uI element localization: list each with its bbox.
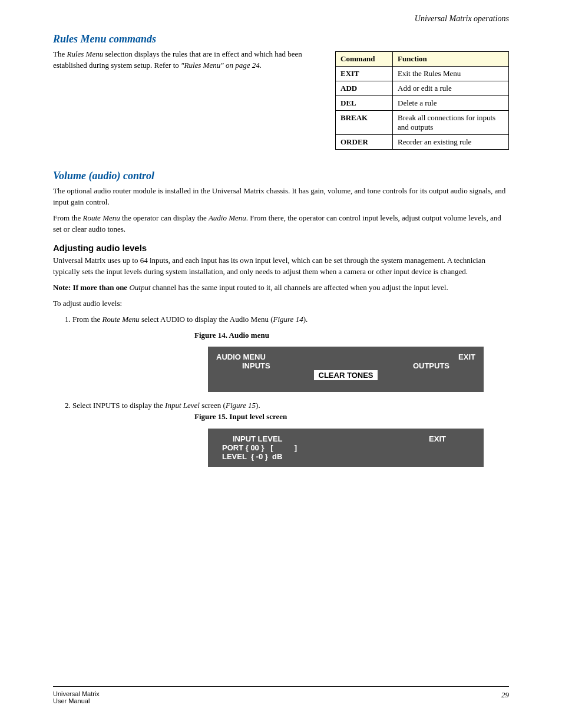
rules-intro: The Rules Menu selection displays the ru… xyxy=(53,49,321,71)
adj-steps-intro: To adjust audio levels: xyxy=(53,298,509,309)
rules-menu-ref: Rules Menu xyxy=(67,50,103,58)
step-2: 2. Select INPUTS to display the Input Le… xyxy=(65,400,509,411)
osd-exit: EXIT xyxy=(429,434,475,443)
osd-port: PORT { 00 } [ ] xyxy=(216,443,475,452)
fig14-ref: Figure 14 xyxy=(273,315,303,324)
cmd: DEL xyxy=(336,96,393,111)
adj-p1: Universal Matrix uses up to 64 inputs, a… xyxy=(53,255,509,278)
txt: channel has the same input routed to it,… xyxy=(151,283,448,292)
input-level-screen: INPUT LEVELEXIT PORT { 00 } [ ] LEVEL { … xyxy=(208,429,484,467)
cmd: ADD xyxy=(336,81,393,96)
cmd: BREAK xyxy=(336,111,393,135)
txt: The xyxy=(53,50,67,58)
txt: ). xyxy=(303,315,308,324)
audio-menu-screen: AUDIO MENUEXIT INPUTSOUTPUTS CLEAR TONES xyxy=(208,347,484,392)
txt: Figure 14. Audio menu xyxy=(194,331,269,340)
cmd: EXIT xyxy=(336,67,393,81)
output-ref: Output xyxy=(129,283,150,292)
fig15-caption: Figure 15. Input level screen xyxy=(194,411,509,423)
table-row: BREAKBreak all connections for inputs an… xyxy=(336,111,509,135)
col-command: Command xyxy=(336,52,393,67)
volume-heading: Volume (audio) control xyxy=(53,170,509,182)
running-header: Universal Matrix operations xyxy=(415,14,509,24)
fn: Reorder an existing rule xyxy=(393,135,509,150)
fn: Add or edit a rule xyxy=(393,81,509,96)
cmd: ORDER xyxy=(336,135,393,150)
fn: Exit the Rules Menu xyxy=(393,67,509,81)
osd-level: LEVEL { -0 } dB xyxy=(216,452,475,461)
txt: screen ( xyxy=(200,401,226,410)
rules-menu-heading: Rules Menu commands xyxy=(53,33,509,45)
osd-clear-tones: CLEAR TONES xyxy=(314,370,378,380)
txt: select AUDIO to display the Audio Menu ( xyxy=(140,315,273,324)
table-row: ORDERReorder an existing rule xyxy=(336,135,509,150)
fig15-ref: Figure 15 xyxy=(226,401,256,410)
osd-outputs: OUTPUTS xyxy=(413,361,449,370)
fn: Delete a rule xyxy=(393,96,509,111)
adjusting-heading: Adjusting audio levels xyxy=(53,243,509,253)
txt: 1. From the xyxy=(65,315,103,324)
table-row: DELDelete a rule xyxy=(336,96,509,111)
table-row: ADDAdd or edit a rule xyxy=(336,81,509,96)
note-label: Note: If more than one xyxy=(53,283,129,292)
osd-inputs: INPUTS xyxy=(242,361,270,370)
step-1: 1. From the Route Menu select AUDIO to d… xyxy=(65,314,509,325)
vol-p2: From the Route Menu the operator can dis… xyxy=(53,213,509,235)
route-menu-ref2: Route Menu xyxy=(103,315,140,324)
txt: From the xyxy=(53,213,83,222)
fn: Break all connections for inputs and out… xyxy=(393,111,509,135)
page-number: 29 xyxy=(501,690,509,704)
osd-title: INPUT LEVEL xyxy=(216,434,283,443)
input-level-ref: Input Level xyxy=(165,401,200,410)
rules-page-ref: "Rules Menu" on page 24. xyxy=(181,61,262,70)
audio-menu-ref: Audio Menu xyxy=(209,213,246,222)
footer-doc-title: Universal Matrix User Manual xyxy=(53,690,100,704)
col-function: Function xyxy=(393,52,509,67)
txt: ). xyxy=(256,401,260,410)
txt: Figure 15. Input level screen xyxy=(194,412,287,421)
fig14-caption: Figure 14. Audio menu xyxy=(194,330,509,341)
rules-command-table: Command Function EXITExit the Rules Menu… xyxy=(335,51,509,150)
route-menu-ref: Route Menu xyxy=(83,213,120,222)
vol-p1: The optional audio router module is inst… xyxy=(53,186,509,208)
txt: the operator can display the xyxy=(120,213,209,222)
osd-title: AUDIO MENU xyxy=(216,353,266,361)
adj-note: Note: If more than one Output channel ha… xyxy=(53,282,509,294)
txt: 2. Select INPUTS to display the xyxy=(65,401,165,410)
table-row: EXITExit the Rules Menu xyxy=(336,67,509,81)
page-footer: Universal Matrix User Manual 29 xyxy=(53,686,509,704)
osd-exit: EXIT xyxy=(458,353,475,361)
